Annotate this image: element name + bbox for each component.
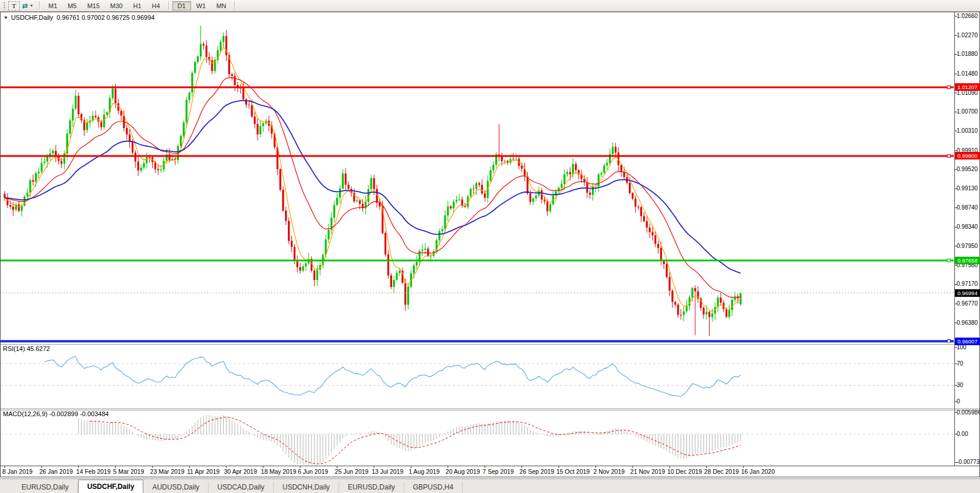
date-axis-label: 14 Feb 2019 (76, 468, 111, 475)
price-axis-tick: 0.99130 (957, 185, 980, 191)
timeframe-button-m15[interactable]: M15 (82, 1, 105, 10)
price-badge: 0.96994 (955, 289, 980, 297)
price-axis-tick: 1.00700 (957, 108, 980, 115)
mt4-window: { "toolbar": { "text_tool_label": "T", "… (0, 0, 980, 493)
date-axis-label: 7 Sep 2019 (482, 468, 514, 475)
timeframe-button-d1[interactable]: D1 (172, 1, 191, 10)
chart-tab-bar: EURUSD,DailyUSDCHF,DailyAUDUSD,DailyUSDC… (0, 478, 980, 493)
rsi-axis-tick: 70 (957, 360, 980, 367)
date-axis-label: 5 Mar 2019 (113, 468, 144, 475)
price-axis-tick: 0.96380 (957, 320, 980, 326)
cycle-arrows-icon: ⇄ (22, 2, 28, 10)
price-badge: 0.99800 (955, 152, 980, 159)
timeframe-button-m1[interactable]: M1 (43, 1, 62, 10)
timeframe-button-m5[interactable]: M5 (62, 1, 82, 10)
rsi-line (44, 356, 741, 396)
toolbar-separator (168, 1, 170, 10)
macd-signal-line (90, 417, 741, 464)
price-axis-tick: 1.01480 (957, 70, 980, 77)
price-axis-tick: 1.00310 (957, 127, 980, 134)
tab-eurusd-daily[interactable]: EURUSD,Daily (339, 482, 404, 493)
price-axis-tick: 0.98740 (957, 204, 980, 211)
toolbar-drag-handle[interactable] (3, 2, 6, 10)
horizontal-lines-group[interactable] (0, 86, 954, 342)
date-axis-label: 25 Jun 2019 (335, 468, 369, 475)
date-axis-label: 6 Jun 2019 (298, 468, 328, 475)
rsi-indicator-label: RSI(14) 45.6272 (3, 345, 50, 352)
rsi-axis-tick: 100 (957, 344, 980, 350)
symbols-cycle-button[interactable]: ⇄ ▾ (21, 1, 36, 10)
chart-header: ▼USDCHF,Daily 0.96761 0.97002 0.96725 0.… (3, 14, 154, 21)
timeframe-button-h4[interactable]: H4 (147, 1, 165, 10)
price-axis-tick: 0.98340 (957, 224, 980, 230)
chart-symbol-label: USDCHF,Daily (11, 14, 53, 21)
rsi-axis-tick: 0 (957, 398, 980, 405)
date-axis-label: 30 Apr 2019 (224, 468, 257, 475)
price-axis-tick: 0.96770 (957, 300, 980, 307)
chart-ohlc-values: 0.96761 0.97002 0.96725 0.96994 (57, 14, 154, 21)
timeframe-button-mn[interactable]: MN (211, 1, 231, 10)
tab-usdcnh-daily[interactable]: USDCNH,Daily (274, 482, 339, 493)
toolbar-separator (39, 1, 40, 10)
date-axis-label: 8 Jan 2019 (2, 468, 33, 475)
timeframe-group: M1M5M15M30H1H4D1W1MN (43, 1, 238, 10)
date-axis-label: 15 Oct 2019 (556, 468, 590, 475)
price-axis-tick: 1.01880 (957, 51, 980, 57)
macd-axis-tick: -0.007737 (957, 459, 980, 465)
tab-usdcad-daily[interactable]: USDCAD,Daily (209, 482, 274, 493)
date-axis-label: 26 Jan 2019 (39, 468, 73, 475)
price-axis-tick: 1.02660 (957, 13, 980, 19)
collapse-triangle-icon[interactable]: ▼ (3, 15, 8, 20)
timeframe-button-w1[interactable]: W1 (191, 1, 211, 10)
text-tool-button[interactable]: T (8, 1, 20, 10)
macd-histogram (79, 415, 741, 467)
price-axis-tick: 0.97950 (957, 243, 980, 249)
rsi-axis-tick: 30 (957, 382, 980, 388)
date-axis-label: 21 Nov 2019 (630, 468, 665, 475)
macd-axis-tick: 0.00 (957, 431, 980, 437)
tab-eurusd-daily[interactable]: EURUSD,Daily (13, 482, 78, 493)
tab-bar-lead-space (0, 479, 13, 493)
date-axis-label: 28 Dec 2019 (704, 468, 739, 475)
price-axis-tick: 1.02270 (957, 32, 980, 38)
toolbar-separator (234, 1, 235, 10)
date-axis-label: 11 Apr 2019 (187, 468, 220, 475)
top-toolbar: T ⇄ ▾ M1M5M15M30H1H4D1W1MN (0, 0, 980, 12)
price-badge: 1.01207 (955, 83, 980, 91)
date-axis-label: 2 Nov 2019 (593, 468, 625, 475)
tab-audusd-daily[interactable]: AUDUSD,Daily (143, 482, 209, 493)
chart-canvas[interactable] (0, 12, 980, 477)
tab-gbpusd-h4[interactable]: GBPUSD,H4 (404, 482, 463, 493)
date-axis-label: 23 Mar 2019 (150, 468, 185, 475)
chevron-down-icon[interactable]: ▾ (30, 3, 33, 8)
date-axis-label: 16 Jan 2020 (741, 468, 775, 475)
date-axis-label: 18 May 2019 (261, 468, 297, 475)
date-axis-label: 26 Sep 2019 (520, 468, 555, 475)
date-axis-label: 20 Aug 2019 (446, 468, 480, 475)
price-axis-tick: 0.97170 (957, 281, 980, 287)
tab-usdchf-daily[interactable]: USDCHF,Daily (78, 480, 144, 493)
macd-axis-tick: 0.005986 (957, 409, 980, 416)
price-axis-tick: 0.99520 (957, 166, 980, 172)
price-badge: 0.97658 (955, 257, 980, 264)
macd-indicator-label: MACD(12,26,9) -0.002899 -0.003484 (3, 410, 109, 417)
timeframe-button-m30[interactable]: M30 (105, 1, 128, 10)
price-badge: 0.96007 (955, 338, 980, 345)
date-axis-label: 13 Jul 2019 (372, 468, 403, 475)
date-axis-label: 1 Aug 2019 (408, 468, 439, 475)
date-axis-label: 10 Dec 2019 (667, 468, 702, 475)
timeframe-button-h1[interactable]: H1 (128, 1, 146, 10)
